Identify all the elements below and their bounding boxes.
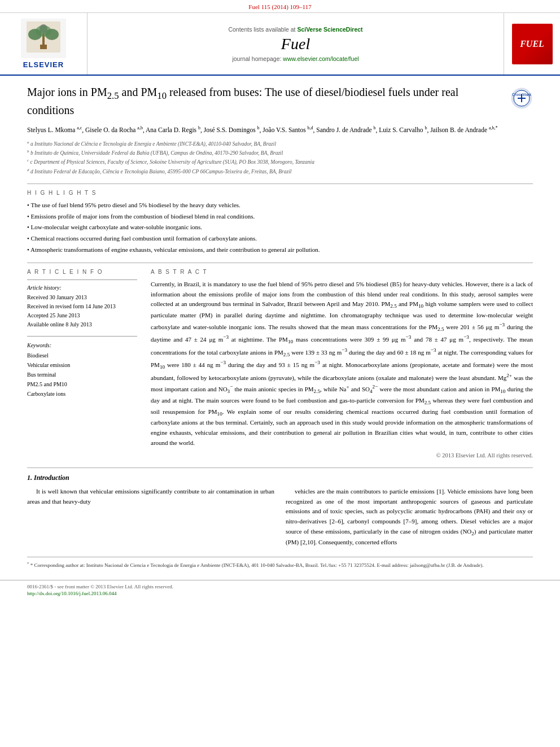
page-wrapper: Fuel 115 (2014) 109–117 bbox=[0, 0, 560, 600]
article-title-text: Major ions in PM2.5 and PM10 released fr… bbox=[27, 85, 510, 118]
affil-c: c c Department of Physical Sciences, Fac… bbox=[27, 158, 533, 166]
doi-line: http://dx.doi.org/10.1016/j.fuel.2013.06… bbox=[27, 591, 533, 596]
highlights-label: H I G H L I G H T S bbox=[27, 190, 533, 196]
divider-3 bbox=[27, 468, 533, 468]
article-info-col: A R T I C L E I N F O Article history: R… bbox=[27, 269, 137, 458]
footnote-star: * * Corresponding author at: Instituto N… bbox=[27, 561, 533, 570]
online-date: Available online 8 July 2013 bbox=[27, 320, 137, 329]
highlights-list: The use of fuel blend 95% petro diesel a… bbox=[27, 200, 533, 255]
keyword-3: Bus terminal bbox=[27, 370, 137, 379]
svg-point-6 bbox=[36, 25, 51, 37]
highlights-section: H I G H L I G H T S The use of fuel blen… bbox=[27, 190, 533, 255]
highlight-item: The use of fuel blend 95% petro diesel a… bbox=[27, 200, 533, 211]
footnote-star-text: * Corresponding author at: Instituto Nac… bbox=[30, 562, 484, 568]
body-columns: It is well known that vehicular emission… bbox=[27, 487, 533, 551]
ai-divider bbox=[27, 279, 137, 280]
sciverse-line: Contents lists available at SciVerse Sci… bbox=[228, 26, 362, 33]
keyword-2: Vehicular emission bbox=[27, 360, 137, 370]
journal-volume-info: Fuel 115 (2014) 109–117 bbox=[0, 0, 560, 13]
divider-2 bbox=[27, 263, 533, 263]
body-col-right: vehicles are the main contributors to pa… bbox=[286, 487, 533, 551]
fuel-logo: FUEL bbox=[512, 24, 553, 64]
introduction-heading: 1. Introduction bbox=[27, 474, 533, 482]
history-section: Article history: Received 30 January 201… bbox=[27, 285, 137, 329]
fuel-logo-area: FUEL bbox=[504, 13, 560, 75]
keywords-list: Biodiesel Vehicular emission Bus termina… bbox=[27, 351, 137, 399]
volume-text: Fuel 115 (2014) 109–117 bbox=[248, 3, 311, 10]
journal-title: Fuel bbox=[281, 35, 310, 53]
affil-b: b b Instituto de Química, Universidade F… bbox=[27, 148, 533, 157]
keyword-1: Biodiesel bbox=[27, 351, 137, 360]
received-date: Received 30 January 2013 bbox=[27, 293, 137, 302]
elsevier-tree-icon bbox=[21, 19, 66, 58]
footnotes: * * Corresponding author at: Instituto N… bbox=[27, 557, 533, 570]
revised-date: Received in revised form 14 June 2013 bbox=[27, 302, 137, 311]
journal-header: ELSEVIER Contents lists available at Sci… bbox=[0, 13, 560, 76]
doi-link[interactable]: http://dx.doi.org/10.1016/j.fuel.2013.06… bbox=[27, 591, 117, 596]
journal-info-center: Contents lists available at SciVerse Sci… bbox=[88, 13, 504, 75]
keyword-4: PM2.5 and PM10 bbox=[27, 379, 137, 389]
kw-divider bbox=[27, 336, 137, 337]
affiliations: a a Instituto Nacional de Ciência e Tecn… bbox=[27, 139, 533, 176]
article-info-label: A R T I C L E I N F O bbox=[27, 269, 137, 275]
keywords-title: Keywords: bbox=[27, 342, 137, 348]
bottom-bar: 0016-2361/$ - see front matter © 2013 El… bbox=[0, 580, 560, 600]
copyright-line: © 2013 Elsevier Ltd. All rights reserved… bbox=[151, 452, 533, 458]
elsevier-logo: ELSEVIER bbox=[21, 19, 66, 69]
accepted-date: Accepted 25 June 2013 bbox=[27, 311, 137, 320]
intro-right-para: vehicles are the main contributors to pa… bbox=[286, 487, 533, 548]
abstract-col: A B S T R A C T Currently, in Brazil, it… bbox=[151, 269, 533, 458]
elsevier-text: ELSEVIER bbox=[23, 60, 64, 69]
affil-a: a a Instituto Nacional de Ciência e Tecn… bbox=[27, 139, 533, 148]
highlight-item: Low-molecular weight carboxylate and wat… bbox=[27, 222, 533, 233]
journal-homepage: journal homepage: www.elsevier.com/locat… bbox=[232, 55, 358, 62]
authors: Stelyus L. Mkoma a,c, Gisele O. da Rocha… bbox=[27, 125, 533, 135]
main-content: Major ions in PM2.5 and PM10 released fr… bbox=[0, 76, 560, 580]
highlight-item: Atmospheric transformations of engine ex… bbox=[27, 245, 533, 255]
divider-1 bbox=[27, 184, 533, 184]
highlight-item: Chemical reactions occurred during fuel … bbox=[27, 234, 533, 244]
keywords-section: Keywords: Biodiesel Vehicular emission B… bbox=[27, 342, 137, 399]
sciverse-link[interactable]: SciVerse ScienceDirect bbox=[297, 26, 362, 33]
body-col-left: It is well known that vehicular emission… bbox=[27, 487, 274, 551]
article-info-abstract: A R T I C L E I N F O Article history: R… bbox=[27, 269, 533, 458]
crossmark-icon: CrossMark bbox=[510, 87, 533, 110]
abstract-label: A B S T R A C T bbox=[151, 269, 533, 275]
article-title-area: Major ions in PM2.5 and PM10 released fr… bbox=[27, 85, 533, 118]
highlight-item: Emissions profile of major ions from the… bbox=[27, 212, 533, 222]
history-title: Article history: bbox=[27, 285, 137, 291]
affil-d: d d Instituto Federal de Educação, Ciênc… bbox=[27, 167, 533, 176]
homepage-link[interactable]: www.elsevier.com/locate/fuel bbox=[283, 55, 358, 62]
issn-line: 0016-2361/$ - see front matter © 2013 El… bbox=[27, 584, 533, 589]
svg-rect-7 bbox=[40, 45, 47, 49]
keyword-5: Carboxylate ions bbox=[27, 389, 137, 399]
intro-left-para: It is well known that vehicular emission… bbox=[27, 487, 274, 506]
elsevier-logo-area: ELSEVIER bbox=[0, 13, 88, 75]
abstract-text: Currently, in Brazil, it is mandatory to… bbox=[151, 279, 533, 448]
